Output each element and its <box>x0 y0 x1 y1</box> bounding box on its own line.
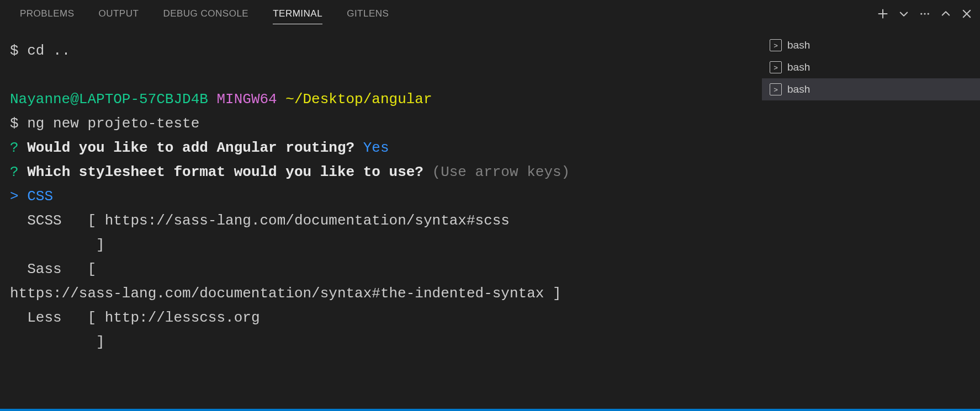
terminal-shell-list: > bash > bash > bash <box>762 28 980 411</box>
prompt-symbol: $ <box>10 115 19 132</box>
maximize-panel-icon[interactable] <box>940 8 951 19</box>
question-routing: Would you like to add Angular routing? <box>27 140 354 156</box>
question-stylesheet: Which stylesheet format would you like t… <box>27 164 423 180</box>
terminal-output[interactable]: $ cd .. Nayanne@LAPTOP-57CBJD4B MINGW64 … <box>0 28 762 411</box>
shell-item-bash-1[interactable]: > bash <box>762 56 980 78</box>
command-ng-new: ng new projeto-teste <box>27 115 199 132</box>
shell-label: bash <box>787 39 810 51</box>
tab-output[interactable]: OUTPUT <box>86 0 151 28</box>
tab-debug-console[interactable]: DEBUG CONSOLE <box>151 0 261 28</box>
selection-marker: > <box>10 188 19 205</box>
prompt-shell: MINGW64 <box>216 91 277 108</box>
option-scss: SCSS [ https://sass-lang.com/documentati… <box>27 212 510 229</box>
option-less-cont: ] <box>10 334 105 350</box>
svg-point-1 <box>924 13 925 14</box>
option-sass-cont: https://sass-lang.com/documentation/synt… <box>10 285 561 302</box>
answer-routing: Yes <box>363 140 389 156</box>
prompt-question-mark: ? <box>10 164 19 180</box>
terminal-icon: > <box>770 83 782 95</box>
command-cd: cd .. <box>27 42 70 59</box>
terminal-icon: > <box>770 61 782 73</box>
svg-point-2 <box>928 13 929 14</box>
terminal-dropdown-icon[interactable] <box>898 8 909 19</box>
tab-terminal[interactable]: TERMINAL <box>261 0 335 28</box>
shell-item-bash-0[interactable]: > bash <box>762 34 980 56</box>
prompt-user-host: Nayanne@LAPTOP-57CBJD4B <box>10 91 208 108</box>
panel-tabbar: PROBLEMS OUTPUT DEBUG CONSOLE TERMINAL G… <box>0 0 980 28</box>
prompt-question-mark: ? <box>10 140 19 156</box>
svg-point-0 <box>920 13 922 14</box>
option-less: Less [ http://lesscss.org <box>27 309 259 326</box>
status-bar <box>0 409 980 411</box>
shell-label: bash <box>787 83 810 95</box>
terminal-icon: > <box>770 39 782 51</box>
option-sass: Sass [ <box>27 261 96 277</box>
tab-gitlens[interactable]: GITLENS <box>335 0 401 28</box>
shell-item-bash-2[interactable]: > bash <box>762 78 980 100</box>
tab-problems[interactable]: PROBLEMS <box>8 0 86 28</box>
option-css: CSS <box>27 188 53 205</box>
panel-actions <box>877 8 976 19</box>
shell-label: bash <box>787 61 810 73</box>
question-hint: (Use arrow keys) <box>432 164 570 180</box>
option-scss-cont: ] <box>10 237 105 253</box>
prompt-cwd: ~/Desktop/angular <box>285 91 432 108</box>
new-terminal-icon[interactable] <box>877 8 888 19</box>
prompt-symbol: $ <box>10 42 19 59</box>
close-panel-icon[interactable] <box>961 8 972 19</box>
more-actions-icon[interactable] <box>919 8 930 19</box>
